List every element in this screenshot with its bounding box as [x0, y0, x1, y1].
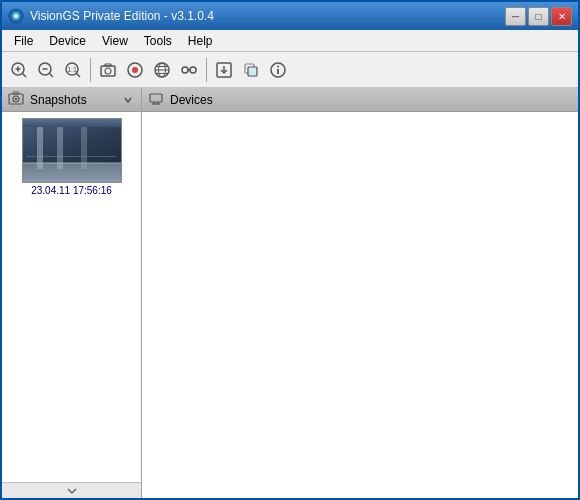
svg-line-12 — [77, 73, 81, 77]
menu-file[interactable]: File — [6, 32, 41, 50]
snapshots-collapse-button[interactable] — [121, 93, 135, 107]
menu-bar: File Device View Tools Help — [2, 30, 578, 52]
window-controls: ─ □ ✕ — [505, 7, 572, 26]
svg-point-2 — [14, 14, 18, 18]
svg-rect-14 — [105, 64, 111, 66]
app-icon — [8, 8, 24, 24]
snapshots-camera-icon — [8, 90, 24, 109]
svg-rect-29 — [248, 67, 257, 76]
menu-help[interactable]: Help — [180, 32, 221, 50]
scroll-down-button[interactable] — [2, 482, 141, 498]
svg-rect-37 — [150, 94, 162, 102]
title-bar: VisionGS Private Edition - v3.1.0.4 ─ □ … — [2, 2, 578, 30]
snapshots-list: 23.04.11 17:56:16 — [2, 112, 141, 482]
panel-area: Snapshots — [2, 88, 578, 498]
zoom-in-button[interactable] — [6, 57, 32, 83]
snapshots-panel: Snapshots — [2, 88, 142, 498]
devices-icon — [148, 90, 164, 109]
svg-text:1:1: 1:1 — [67, 66, 77, 73]
close-button[interactable]: ✕ — [551, 7, 572, 26]
window-title: VisionGS Private Edition - v3.1.0.4 — [30, 9, 505, 23]
svg-point-23 — [182, 67, 188, 73]
devices-panel: Devices — [142, 88, 578, 498]
zoom-fit-button[interactable]: 1:1 — [60, 57, 86, 83]
snapshots-content: 23.04.11 17:56:16 — [2, 112, 141, 498]
toolbar: 1:1 — [2, 52, 578, 88]
connect-button[interactable] — [176, 57, 202, 83]
svg-point-17 — [132, 67, 138, 73]
snapshots-title: Snapshots — [30, 93, 87, 107]
devices-title: Devices — [170, 93, 213, 107]
minimize-button[interactable]: ─ — [505, 7, 526, 26]
svg-line-6 — [23, 73, 27, 77]
web-button[interactable] — [149, 57, 175, 83]
separator-1 — [90, 58, 91, 82]
menu-tools[interactable]: Tools — [136, 32, 180, 50]
svg-rect-34 — [13, 92, 19, 94]
separator-2 — [206, 58, 207, 82]
snapshot-item[interactable]: 23.04.11 17:56:16 — [6, 116, 137, 198]
snapshots-panel-header: Snapshots — [2, 88, 141, 112]
svg-point-36 — [15, 98, 17, 100]
main-window: VisionGS Private Edition - v3.1.0.4 ─ □ … — [0, 0, 580, 500]
export-button[interactable] — [211, 57, 237, 83]
edit-button[interactable] — [238, 57, 264, 83]
menu-device[interactable]: Device — [41, 32, 94, 50]
svg-point-15 — [105, 68, 111, 74]
svg-point-32 — [277, 65, 279, 67]
menu-view[interactable]: View — [94, 32, 136, 50]
snapshot-thumbnail — [22, 118, 122, 183]
devices-content — [142, 112, 578, 498]
capture-button[interactable] — [95, 57, 121, 83]
svg-line-9 — [50, 73, 54, 77]
devices-panel-header: Devices — [142, 88, 578, 112]
zoom-out-button[interactable] — [33, 57, 59, 83]
svg-point-24 — [190, 67, 196, 73]
snapshot-label: 23.04.11 17:56:16 — [31, 185, 112, 196]
record-button[interactable] — [122, 57, 148, 83]
maximize-button[interactable]: □ — [528, 7, 549, 26]
info-button[interactable] — [265, 57, 291, 83]
